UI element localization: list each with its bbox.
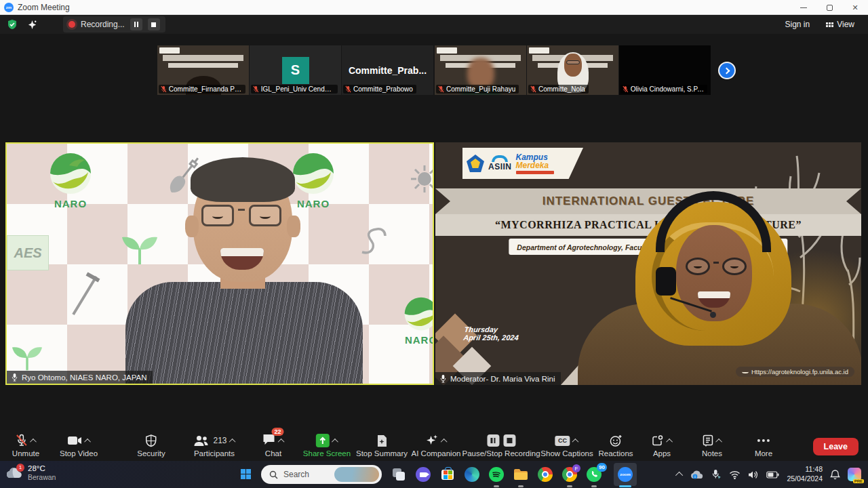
view-grid-icon — [826, 22, 833, 27]
close-button[interactable]: ✕ — [842, 0, 868, 15]
chat-options-caret[interactable] — [278, 438, 285, 445]
pause-recording-button[interactable] — [130, 18, 142, 30]
security-button[interactable]: Security — [137, 434, 165, 458]
muted-mic-icon — [530, 85, 536, 93]
pause-recording-icon[interactable] — [487, 434, 499, 447]
stop-recording-button[interactable] — [148, 18, 160, 30]
unila-logo — [467, 155, 484, 172]
ai-sparkle-icon[interactable] — [27, 20, 37, 30]
volume-icon[interactable] — [748, 470, 759, 479]
task-view-button[interactable] — [391, 466, 407, 483]
more-button[interactable]: More — [755, 434, 772, 458]
view-button[interactable]: View — [826, 20, 854, 29]
file-explorer-button[interactable] — [513, 466, 529, 483]
muted-mic-icon — [623, 85, 629, 93]
folder-icon — [513, 468, 528, 481]
tray-expand-chevron[interactable] — [675, 472, 683, 479]
video-thumbnail-puji[interactable]: Committe_Puji Rahayu — [435, 45, 526, 95]
chrome-profile-button[interactable]: F — [561, 466, 578, 483]
participants-button[interactable]: 213 Participants — [193, 434, 235, 458]
apps-caret[interactable] — [666, 438, 673, 445]
stop-video-button[interactable]: Stop Video — [60, 434, 98, 458]
copilot-icon[interactable]: PRE — [848, 468, 861, 481]
participants-options-caret[interactable] — [229, 438, 236, 445]
mic-icon — [439, 374, 447, 383]
share-screen-icon — [315, 434, 329, 447]
spotify-button[interactable] — [488, 466, 505, 483]
start-button[interactable] — [241, 469, 251, 479]
zoom-taskbar-button[interactable]: zoom — [617, 466, 633, 483]
speaker-face — [193, 163, 292, 282]
leave-button[interactable]: Leave — [813, 438, 859, 455]
more-ellipsis-icon — [757, 434, 770, 447]
video-options-caret[interactable] — [84, 438, 91, 445]
maximize-button[interactable] — [816, 0, 842, 15]
mic-icon — [11, 373, 18, 382]
reactions-button[interactable]: Reactions — [598, 434, 633, 458]
onedrive-cloud-icon[interactable] — [690, 470, 704, 479]
unmute-button[interactable]: Unmute — [12, 434, 39, 458]
share-options-caret[interactable] — [332, 438, 338, 445]
maximize-icon — [827, 5, 833, 11]
ai-companion-button[interactable]: AI Companion — [412, 434, 461, 458]
captions-caret[interactable] — [572, 438, 579, 445]
speaker-video-panel[interactable]: NARO NARO NARO AES — [5, 142, 434, 385]
weather-widget[interactable]: 1 28°C Berawan — [5, 464, 56, 483]
share-screen-button[interactable]: Share Screen — [303, 434, 351, 458]
taskbar-search[interactable]: Search — [261, 465, 382, 484]
clock-time: 11:48 — [806, 465, 823, 474]
stop-recording-icon[interactable] — [503, 434, 515, 447]
summary-doc-icon — [376, 434, 388, 447]
edge-button[interactable] — [464, 466, 480, 483]
apps-button[interactable]: Apps — [651, 434, 673, 458]
video-thumbnail-prabowo[interactable]: Committe_Prab... Committe_Prabowo — [342, 45, 433, 95]
reactions-smiley-icon — [609, 434, 623, 447]
notes-button[interactable]: Notes — [702, 434, 722, 458]
zoom-active-indicator — [619, 485, 631, 487]
muted-mic-icon — [345, 85, 351, 93]
unmute-options-caret[interactable] — [30, 438, 37, 445]
whatsapp-button[interactable]: 90 — [586, 466, 602, 483]
video-app-button[interactable] — [415, 466, 431, 483]
moderator-nameplate: Moderator- Dr. Maria Viva Rini — [435, 372, 561, 385]
minimize-button[interactable] — [791, 0, 816, 15]
zoom-app-taskbar-icon: zoom — [618, 467, 633, 482]
muted-mic-icon — [438, 85, 444, 93]
participant-name: Olivia Cindowarni, S.P.,... — [631, 85, 704, 93]
stop-summary-button[interactable]: Stop Summary — [356, 434, 408, 458]
speaker-shirt — [125, 282, 363, 384]
pause-stop-recording-button[interactable]: Pause/Stop Recording — [462, 434, 540, 458]
recording-indicator: Recording... — [63, 16, 165, 33]
microsoft-store-button[interactable] — [439, 466, 456, 483]
taskbar-clock[interactable]: 11:48 25/04/2024 — [787, 465, 823, 483]
video-thumbnail-firnanda[interactable]: Committe_Firnanda Pa... — [157, 45, 249, 95]
chat-button[interactable]: 22 Chat — [262, 434, 285, 458]
speaker-name: Ryo Ohtomo, NIAES NARO, JAPAN — [22, 373, 146, 382]
whatsapp-running-indicator — [591, 485, 597, 487]
video-thumbnail-peni[interactable]: S IGL_Peni_Univ Cender... — [250, 45, 341, 95]
moderator-video-panel[interactable]: ASIIN Kampus Merdeka INTERNATIONAL GUEST… — [435, 142, 861, 385]
security-shield-icon[interactable] — [7, 19, 18, 30]
video-thumbnail-olivia[interactable]: Olivia Cindowarni, S.P.,... — [619, 45, 711, 95]
recording-dot-icon — [68, 21, 75, 28]
system-tray: 11:48 25/04/2024 PRE — [677, 461, 868, 488]
chrome-button[interactable] — [537, 466, 553, 483]
zoom-app-icon: zm — [4, 3, 14, 12]
notes-caret[interactable] — [715, 438, 722, 445]
notifications-bell-icon[interactable] — [830, 469, 840, 480]
minimize-icon — [800, 7, 807, 8]
next-page-button[interactable] — [718, 62, 736, 79]
sign-in-button[interactable]: Sign in — [780, 18, 816, 31]
battery-icon[interactable] — [766, 471, 779, 479]
asiin-logo: ASIIN — [488, 155, 512, 171]
ai-companion-caret[interactable] — [441, 438, 448, 445]
mic-in-use-icon[interactable] — [711, 469, 722, 480]
show-captions-button[interactable]: CC Show Captions — [540, 434, 593, 458]
weather-temperature: 28°C — [28, 464, 56, 473]
video-thumbnail-nola[interactable]: Committe_Nola — [527, 45, 618, 95]
moderator-person — [578, 209, 861, 385]
captions-icon: CC — [555, 436, 570, 446]
wifi-icon[interactable] — [729, 470, 741, 479]
speaker-nameplate: Ryo Ohtomo, NIAES NARO, JAPAN — [7, 371, 153, 384]
avatar-initial: S — [282, 57, 309, 84]
